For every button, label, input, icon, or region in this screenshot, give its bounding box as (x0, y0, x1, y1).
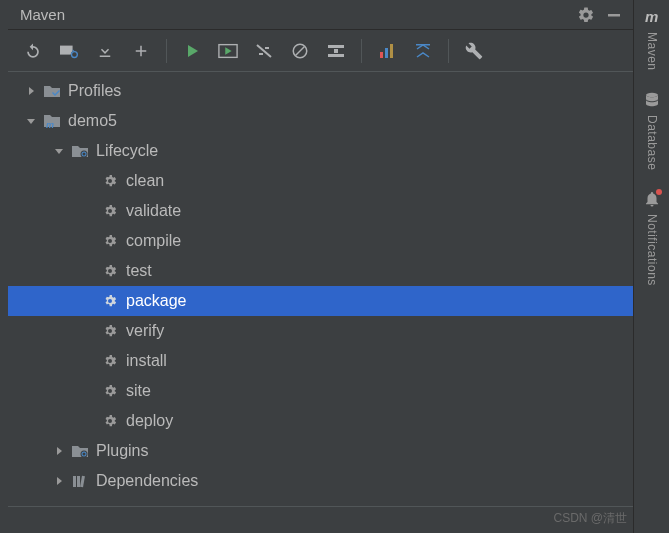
svg-rect-8 (385, 48, 388, 58)
gear-icon (100, 171, 120, 191)
tree-label: test (126, 262, 152, 280)
tree-node-goal-install[interactable]: install (8, 346, 633, 376)
analyze-deps-icon[interactable] (370, 34, 404, 68)
svg-rect-6 (334, 49, 338, 53)
show-deps-icon[interactable] (319, 34, 353, 68)
tree-label: site (126, 382, 151, 400)
toolbar (8, 30, 633, 72)
svg-text:m: m (46, 120, 54, 129)
svg-text:m: m (645, 8, 658, 25)
side-tab-label: Database (645, 115, 659, 170)
tree-node-goal-test[interactable]: test (8, 256, 633, 286)
skip-tests-icon[interactable] (283, 34, 317, 68)
chevron-down-icon (50, 142, 68, 160)
panel-title: Maven (20, 6, 65, 23)
folder-gear-icon (70, 441, 90, 461)
svg-rect-15 (77, 476, 80, 487)
tree-node-goal-site[interactable]: site (8, 376, 633, 406)
gear-icon (100, 291, 120, 311)
folder-gear-icon (70, 141, 90, 161)
run-config-icon[interactable] (211, 34, 245, 68)
tree-label: demo5 (68, 112, 117, 130)
download-icon[interactable] (88, 34, 122, 68)
svg-rect-5 (328, 54, 344, 57)
chevron-right-icon (50, 442, 68, 460)
chevron-right-icon (50, 472, 68, 490)
side-tab-label: Maven (645, 32, 659, 71)
tree-label: Dependencies (96, 472, 198, 490)
run-icon[interactable] (175, 34, 209, 68)
tree-node-goal-clean[interactable]: clean (8, 166, 633, 196)
svg-rect-16 (80, 476, 85, 487)
tree-node-goal-compile[interactable]: compile (8, 226, 633, 256)
side-tab-maven[interactable]: m Maven (634, 0, 670, 83)
gear-icon (100, 261, 120, 281)
left-gutter (0, 0, 8, 533)
side-tab-label: Notifications (645, 214, 659, 286)
gear-icon (100, 201, 120, 221)
tree-node-profiles[interactable]: Profiles (8, 76, 633, 106)
svg-rect-10 (416, 44, 430, 46)
database-icon (643, 91, 661, 109)
side-tab-database[interactable]: Database (634, 83, 670, 182)
divider (8, 506, 633, 507)
svg-rect-9 (390, 44, 393, 58)
gear-icon (100, 321, 120, 341)
tree-node-project[interactable]: m demo5 (8, 106, 633, 136)
chevron-down-icon (22, 112, 40, 130)
toggle-offline-icon[interactable] (247, 34, 281, 68)
panel-title-bar: Maven (8, 0, 633, 30)
folder-check-icon (42, 81, 62, 101)
svg-rect-0 (608, 14, 620, 17)
settings-icon[interactable] (457, 34, 491, 68)
watermark: CSDN @清世 (553, 510, 627, 527)
tree-label: verify (126, 322, 164, 340)
tree-label: clean (126, 172, 164, 190)
gear-icon (100, 231, 120, 251)
tree-node-goal-validate[interactable]: validate (8, 196, 633, 226)
gear-icon (100, 351, 120, 371)
svg-rect-14 (73, 476, 76, 487)
tree-label: install (126, 352, 167, 370)
tree-label: Profiles (68, 82, 121, 100)
tree-node-goal-package[interactable]: package (8, 286, 633, 316)
add-icon[interactable] (124, 34, 158, 68)
maven-icon: m (643, 8, 661, 26)
chevron-right-icon (22, 82, 40, 100)
side-tab-notifications[interactable]: Notifications (634, 182, 670, 298)
tree-node-goal-verify[interactable]: verify (8, 316, 633, 346)
tree-node-lifecycle[interactable]: Lifecycle (8, 136, 633, 166)
tree-label: deploy (126, 412, 173, 430)
toolbar-separator (448, 39, 449, 63)
maven-module-icon: m (42, 111, 62, 131)
library-icon (70, 471, 90, 491)
toolbar-separator (361, 39, 362, 63)
tree-label: Lifecycle (96, 142, 158, 160)
tree-node-plugins[interactable]: Plugins (8, 436, 633, 466)
bell-icon (643, 190, 661, 208)
tree-label: Plugins (96, 442, 148, 460)
right-tool-strip: m Maven Database Notifications (633, 0, 669, 533)
svg-rect-4 (328, 45, 344, 48)
maven-tree[interactable]: Profiles m demo5 Lifecycle clean validat… (8, 72, 633, 533)
gear-icon[interactable] (575, 4, 597, 26)
svg-point-18 (646, 92, 658, 96)
gear-icon (100, 381, 120, 401)
tree-label: validate (126, 202, 181, 220)
gear-icon (100, 411, 120, 431)
tree-label: package (126, 292, 187, 310)
tree-node-goal-deploy[interactable]: deploy (8, 406, 633, 436)
collapse-all-icon[interactable] (406, 34, 440, 68)
tree-label: compile (126, 232, 181, 250)
reload-icon[interactable] (16, 34, 50, 68)
generate-sources-icon[interactable] (52, 34, 86, 68)
toolbar-separator (166, 39, 167, 63)
tree-node-dependencies[interactable]: Dependencies (8, 466, 633, 496)
svg-rect-7 (380, 52, 383, 58)
minimize-icon[interactable] (603, 4, 625, 26)
